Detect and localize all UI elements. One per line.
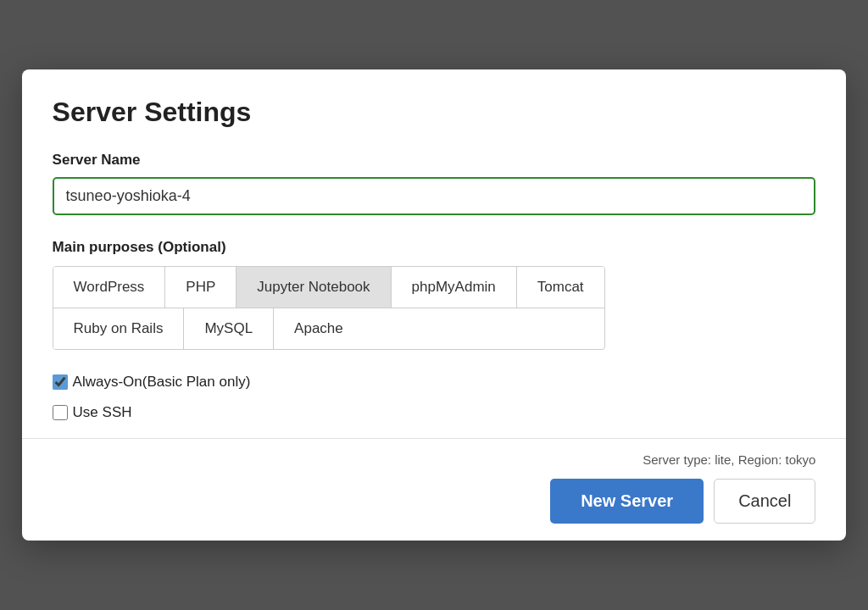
use-ssh-row: Use SSH — [53, 404, 816, 421]
purpose-tomcat[interactable]: Tomcat — [517, 267, 604, 308]
cancel-button[interactable]: Cancel — [714, 479, 815, 524]
modal-footer: Server type: lite, Region: tokyo New Ser… — [22, 438, 847, 541]
use-ssh-label[interactable]: Use SSH — [73, 404, 132, 421]
server-name-label: Server Name — [53, 152, 816, 169]
always-on-checkbox[interactable] — [53, 374, 68, 390]
server-settings-modal: Server Settings Server Name Main purpose… — [22, 69, 847, 541]
server-name-input[interactable] — [53, 177, 816, 215]
purposes-row-2: Ruby on Rails MySQL Apache — [53, 308, 604, 349]
always-on-label[interactable]: Always-On(Basic Plan only) — [73, 374, 251, 391]
purpose-mysql[interactable]: MySQL — [184, 308, 274, 349]
purposes-grid: WordPress PHP Jupyter Notebook phpMyAdmi… — [53, 266, 605, 350]
purposes-row-1: WordPress PHP Jupyter Notebook phpMyAdmi… — [53, 267, 604, 308]
modal-body: Server Settings Server Name Main purpose… — [22, 69, 847, 421]
footer-buttons: New Server Cancel — [53, 479, 816, 524]
always-on-row: Always-On(Basic Plan only) — [53, 374, 816, 391]
modal-title: Server Settings — [53, 97, 816, 128]
purpose-apache[interactable]: Apache — [274, 308, 364, 349]
purpose-wordpress[interactable]: WordPress — [53, 267, 166, 308]
modal-overlay: Server Settings Server Name Main purpose… — [0, 0, 868, 610]
purpose-php[interactable]: PHP — [165, 267, 236, 308]
purposes-label: Main purposes (Optional) — [53, 239, 816, 256]
use-ssh-checkbox[interactable] — [53, 405, 68, 420]
purpose-jupyter[interactable]: Jupyter Notebook — [236, 267, 391, 308]
server-info: Server type: lite, Region: tokyo — [53, 452, 816, 467]
purpose-ruby[interactable]: Ruby on Rails — [53, 308, 185, 349]
purpose-phpmyadmin[interactable]: phpMyAdmin — [392, 267, 517, 308]
new-server-button[interactable]: New Server — [550, 479, 704, 524]
